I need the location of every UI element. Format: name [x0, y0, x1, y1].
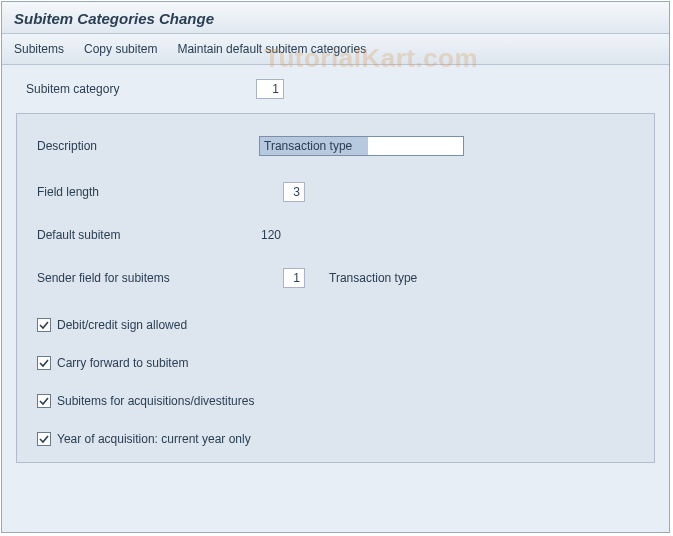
- field-length-label: Field length: [37, 185, 283, 199]
- debit-credit-checkbox[interactable]: [37, 318, 51, 332]
- toolbar-subitems[interactable]: Subitems: [14, 42, 64, 56]
- carry-forward-row: Carry forward to subitem: [37, 356, 634, 370]
- year-acq-row: Year of acquisition: current year only: [37, 432, 634, 446]
- debit-credit-row: Debit/credit sign allowed: [37, 318, 634, 332]
- sender-field-row: Sender field for subitems 1 Transaction …: [37, 268, 634, 288]
- carry-forward-checkbox[interactable]: [37, 356, 51, 370]
- check-icon: [39, 434, 49, 444]
- debit-credit-label: Debit/credit sign allowed: [57, 318, 187, 332]
- content-area: TutorialKart.com Subitem category 1 Desc…: [2, 65, 669, 532]
- sender-field-input[interactable]: 1: [283, 268, 305, 288]
- toolbar-copy-subitem[interactable]: Copy subitem: [84, 42, 157, 56]
- carry-forward-label: Carry forward to subitem: [57, 356, 188, 370]
- subitem-category-input[interactable]: 1: [256, 79, 284, 99]
- default-subitem-value: 120: [261, 228, 311, 242]
- subitem-category-row: Subitem category 1: [12, 79, 659, 113]
- field-length-row: Field length 3: [37, 182, 634, 202]
- sender-field-text: Transaction type: [329, 271, 417, 285]
- description-row: Description Transaction type: [37, 136, 634, 156]
- check-icon: [39, 396, 49, 406]
- year-acq-label: Year of acquisition: current year only: [57, 432, 251, 446]
- acquisitions-checkbox[interactable]: [37, 394, 51, 408]
- window: Subitem Categories Change Subitems Copy …: [1, 1, 670, 533]
- acquisitions-row: Subitems for acquisitions/divestitures: [37, 394, 634, 408]
- page-title: Subitem Categories Change: [14, 10, 657, 27]
- sender-field-label: Sender field for subitems: [37, 271, 283, 285]
- year-acq-checkbox[interactable]: [37, 432, 51, 446]
- field-length-input[interactable]: 3: [283, 182, 305, 202]
- description-input[interactable]: Transaction type: [259, 136, 464, 156]
- description-label: Description: [37, 139, 259, 153]
- toolbar-maintain-default[interactable]: Maintain default subitem categories: [177, 42, 366, 56]
- acquisitions-label: Subitems for acquisitions/divestitures: [57, 394, 254, 408]
- default-subitem-label: Default subitem: [37, 228, 261, 242]
- check-icon: [39, 320, 49, 330]
- check-icon: [39, 358, 49, 368]
- subitem-category-label: Subitem category: [26, 82, 256, 96]
- default-subitem-row: Default subitem 120: [37, 228, 634, 242]
- details-groupbox: Description Transaction type Field lengt…: [16, 113, 655, 463]
- title-bar: Subitem Categories Change: [2, 2, 669, 34]
- toolbar: Subitems Copy subitem Maintain default s…: [2, 34, 669, 65]
